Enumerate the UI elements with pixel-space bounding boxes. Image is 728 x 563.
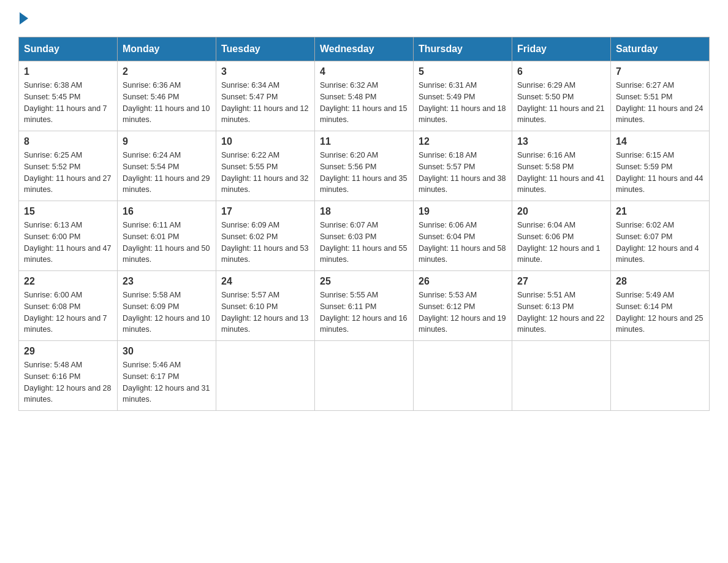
calendar-day-cell: 17Sunrise: 6:09 AMSunset: 6:02 PMDayligh… [216, 201, 315, 271]
day-info: Sunrise: 5:49 AMSunset: 6:14 PMDaylight:… [616, 289, 704, 335]
header-col-sunday: Sunday [19, 37, 118, 61]
day-number: 23 [123, 276, 211, 287]
calendar-table: SundayMondayTuesdayWednesdayThursdayFrid… [18, 37, 710, 411]
day-info: Sunrise: 6:15 AMSunset: 5:59 PMDaylight:… [616, 150, 704, 196]
logo-triangle-icon [20, 12, 28, 25]
day-info: Sunrise: 6:36 AMSunset: 5:46 PMDaylight:… [123, 80, 211, 126]
calendar-day-cell [216, 341, 315, 411]
day-number: 1 [24, 66, 112, 77]
calendar-header: SundayMondayTuesdayWednesdayThursdayFrid… [19, 37, 710, 61]
day-number: 14 [616, 136, 704, 147]
day-number: 25 [320, 276, 408, 287]
day-info: Sunrise: 6:27 AMSunset: 5:51 PMDaylight:… [616, 80, 704, 126]
calendar-day-cell: 5Sunrise: 6:31 AMSunset: 5:49 PMDaylight… [414, 61, 512, 131]
calendar-day-cell: 30Sunrise: 5:46 AMSunset: 6:17 PMDayligh… [118, 341, 216, 411]
day-info: Sunrise: 6:34 AMSunset: 5:47 PMDaylight:… [221, 80, 309, 126]
day-number: 29 [24, 346, 112, 357]
day-info: Sunrise: 5:53 AMSunset: 6:12 PMDaylight:… [419, 289, 507, 335]
calendar-week-row: 29Sunrise: 5:48 AMSunset: 6:16 PMDayligh… [19, 341, 710, 411]
day-number: 20 [517, 206, 605, 217]
day-info: Sunrise: 6:16 AMSunset: 5:58 PMDaylight:… [517, 150, 605, 196]
day-info: Sunrise: 6:06 AMSunset: 6:04 PMDaylight:… [419, 220, 507, 266]
calendar-day-cell: 3Sunrise: 6:34 AMSunset: 5:47 PMDaylight… [216, 61, 315, 131]
day-info: Sunrise: 6:04 AMSunset: 6:06 PMDaylight:… [517, 220, 605, 266]
day-info: Sunrise: 6:38 AMSunset: 5:45 PMDaylight:… [24, 80, 112, 126]
header-col-thursday: Thursday [414, 37, 512, 61]
calendar-day-cell [512, 341, 611, 411]
day-number: 2 [123, 66, 211, 77]
calendar-day-cell: 10Sunrise: 6:22 AMSunset: 5:55 PMDayligh… [216, 131, 315, 201]
day-number: 30 [123, 346, 211, 357]
calendar-day-cell: 29Sunrise: 5:48 AMSunset: 6:16 PMDayligh… [19, 341, 118, 411]
day-number: 8 [24, 136, 112, 147]
calendar-week-row: 8Sunrise: 6:25 AMSunset: 5:52 PMDaylight… [19, 131, 710, 201]
day-info: Sunrise: 6:24 AMSunset: 5:54 PMDaylight:… [123, 150, 211, 196]
day-number: 13 [517, 136, 605, 147]
header-row: SundayMondayTuesdayWednesdayThursdayFrid… [19, 37, 710, 61]
calendar-day-cell: 7Sunrise: 6:27 AMSunset: 5:51 PMDaylight… [611, 61, 710, 131]
calendar-day-cell: 28Sunrise: 5:49 AMSunset: 6:14 PMDayligh… [611, 271, 710, 341]
day-info: Sunrise: 6:20 AMSunset: 5:56 PMDaylight:… [320, 150, 408, 196]
day-info: Sunrise: 5:46 AMSunset: 6:17 PMDaylight:… [123, 359, 211, 405]
calendar-day-cell: 18Sunrise: 6:07 AMSunset: 6:03 PMDayligh… [315, 201, 414, 271]
calendar-day-cell: 22Sunrise: 6:00 AMSunset: 6:08 PMDayligh… [19, 271, 118, 341]
day-number: 27 [517, 276, 605, 287]
day-number: 26 [419, 276, 507, 287]
day-info: Sunrise: 6:00 AMSunset: 6:08 PMDaylight:… [24, 289, 112, 335]
header-col-saturday: Saturday [611, 37, 710, 61]
day-info: Sunrise: 6:13 AMSunset: 6:00 PMDaylight:… [24, 220, 112, 266]
calendar-day-cell: 16Sunrise: 6:11 AMSunset: 6:01 PMDayligh… [118, 201, 216, 271]
calendar-day-cell: 27Sunrise: 5:51 AMSunset: 6:13 PMDayligh… [512, 271, 611, 341]
day-number: 22 [24, 276, 112, 287]
header-col-wednesday: Wednesday [315, 37, 414, 61]
calendar-day-cell: 26Sunrise: 5:53 AMSunset: 6:12 PMDayligh… [414, 271, 512, 341]
day-info: Sunrise: 6:09 AMSunset: 6:02 PMDaylight:… [221, 220, 309, 266]
day-info: Sunrise: 5:48 AMSunset: 6:16 PMDaylight:… [24, 359, 112, 405]
calendar-week-row: 22Sunrise: 6:00 AMSunset: 6:08 PMDayligh… [19, 271, 710, 341]
header-col-tuesday: Tuesday [216, 37, 315, 61]
day-number: 24 [221, 276, 309, 287]
day-info: Sunrise: 5:55 AMSunset: 6:11 PMDaylight:… [320, 289, 408, 335]
calendar-day-cell: 6Sunrise: 6:29 AMSunset: 5:50 PMDaylight… [512, 61, 611, 131]
calendar-day-cell [315, 341, 414, 411]
day-number: 17 [221, 206, 309, 217]
calendar-day-cell: 4Sunrise: 6:32 AMSunset: 5:48 PMDaylight… [315, 61, 414, 131]
day-info: Sunrise: 6:02 AMSunset: 6:07 PMDaylight:… [616, 220, 704, 266]
day-number: 6 [517, 66, 605, 77]
calendar-day-cell: 12Sunrise: 6:18 AMSunset: 5:57 PMDayligh… [414, 131, 512, 201]
day-info: Sunrise: 6:31 AMSunset: 5:49 PMDaylight:… [419, 80, 507, 126]
calendar-day-cell: 1Sunrise: 6:38 AMSunset: 5:45 PMDaylight… [19, 61, 118, 131]
calendar-day-cell: 11Sunrise: 6:20 AMSunset: 5:56 PMDayligh… [315, 131, 414, 201]
day-info: Sunrise: 6:07 AMSunset: 6:03 PMDaylight:… [320, 220, 408, 266]
day-info: Sunrise: 6:25 AMSunset: 5:52 PMDaylight:… [24, 150, 112, 196]
day-number: 3 [221, 66, 309, 77]
day-number: 28 [616, 276, 704, 287]
calendar-day-cell: 21Sunrise: 6:02 AMSunset: 6:07 PMDayligh… [611, 201, 710, 271]
calendar-day-cell: 14Sunrise: 6:15 AMSunset: 5:59 PMDayligh… [611, 131, 710, 201]
day-info: Sunrise: 5:58 AMSunset: 6:09 PMDaylight:… [123, 289, 211, 335]
calendar-day-cell: 13Sunrise: 6:16 AMSunset: 5:58 PMDayligh… [512, 131, 611, 201]
calendar-day-cell: 25Sunrise: 5:55 AMSunset: 6:11 PMDayligh… [315, 271, 414, 341]
day-number: 18 [320, 206, 408, 217]
calendar-day-cell: 2Sunrise: 6:36 AMSunset: 5:46 PMDaylight… [118, 61, 216, 131]
day-info: Sunrise: 6:22 AMSunset: 5:55 PMDaylight:… [221, 150, 309, 196]
day-number: 15 [24, 206, 112, 217]
header-col-friday: Friday [512, 37, 611, 61]
calendar-day-cell: 19Sunrise: 6:06 AMSunset: 6:04 PMDayligh… [414, 201, 512, 271]
calendar-week-row: 15Sunrise: 6:13 AMSunset: 6:00 PMDayligh… [19, 201, 710, 271]
day-info: Sunrise: 6:18 AMSunset: 5:57 PMDaylight:… [419, 150, 507, 196]
calendar-day-cell [611, 341, 710, 411]
day-number: 19 [419, 206, 507, 217]
day-info: Sunrise: 6:32 AMSunset: 5:48 PMDaylight:… [320, 80, 408, 126]
page-header [18, 12, 710, 25]
day-info: Sunrise: 5:57 AMSunset: 6:10 PMDaylight:… [221, 289, 309, 335]
day-number: 9 [123, 136, 211, 147]
calendar-day-cell: 23Sunrise: 5:58 AMSunset: 6:09 PMDayligh… [118, 271, 216, 341]
day-number: 4 [320, 66, 408, 77]
calendar-day-cell: 20Sunrise: 6:04 AMSunset: 6:06 PMDayligh… [512, 201, 611, 271]
day-number: 5 [419, 66, 507, 77]
day-info: Sunrise: 6:29 AMSunset: 5:50 PMDaylight:… [517, 80, 605, 126]
day-number: 7 [616, 66, 704, 77]
logo [18, 12, 28, 25]
calendar-day-cell: 9Sunrise: 6:24 AMSunset: 5:54 PMDaylight… [118, 131, 216, 201]
